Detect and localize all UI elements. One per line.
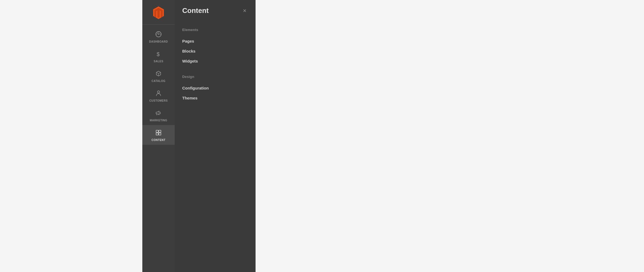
menu-item-widgets[interactable]: Widgets	[182, 56, 248, 66]
flyout-header: Content ×	[175, 0, 256, 20]
sales-label: SALES	[154, 60, 163, 63]
svg-marker-3	[157, 10, 160, 18]
dashboard-icon	[155, 31, 162, 39]
content-label: CONTENT	[151, 139, 166, 142]
marketing-icon	[155, 110, 162, 117]
svg-text:$: $	[157, 51, 160, 57]
content-icon	[155, 129, 162, 137]
dashboard-label: DASHBOARD	[149, 40, 168, 43]
app-wrapper: DASHBOARD $ SALES	[142, 0, 285, 272]
close-button[interactable]: ×	[241, 7, 248, 14]
sidebar-nav: DASHBOARD $ SALES	[142, 25, 175, 145]
sidebar-item-content[interactable]: CONTENT	[142, 125, 175, 145]
sidebar-item-customers[interactable]: CUSTOMERS	[142, 86, 175, 105]
flyout-body: Elements Pages Blocks Widgets Design Con…	[175, 20, 256, 106]
sidebar-item-dashboard[interactable]: DASHBOARD	[142, 27, 175, 46]
menu-item-pages[interactable]: Pages	[182, 36, 248, 46]
magento-logo	[152, 6, 165, 19]
svg-rect-20	[159, 133, 161, 135]
svg-line-15	[159, 73, 161, 74]
catalog-icon	[155, 70, 162, 78]
menu-item-configuration[interactable]: Configuration	[182, 83, 248, 93]
svg-rect-19	[156, 133, 158, 135]
svg-rect-17	[156, 130, 158, 132]
flyout-panel: Content × Elements Pages Blocks Widgets …	[175, 0, 256, 272]
sales-icon: $	[155, 51, 162, 58]
menu-item-themes[interactable]: Themes	[182, 93, 248, 103]
svg-line-14	[156, 73, 159, 74]
svg-point-7	[158, 34, 159, 35]
catalog-label: CATALOG	[151, 80, 165, 82]
customers-icon	[155, 90, 162, 98]
sidebar: DASHBOARD $ SALES	[142, 0, 175, 272]
logo-area	[142, 0, 175, 25]
sidebar-item-catalog[interactable]: CATALOG	[142, 66, 175, 86]
sidebar-item-sales[interactable]: $ SALES	[142, 46, 175, 66]
flyout-title: Content	[182, 6, 209, 15]
svg-rect-18	[159, 130, 161, 132]
customers-label: CUSTOMERS	[149, 99, 168, 102]
menu-item-blocks[interactable]: Blocks	[182, 46, 248, 56]
sidebar-item-marketing[interactable]: MARKETING	[142, 105, 175, 125]
section-heading-design: Design	[182, 75, 248, 79]
section-heading-elements: Elements	[182, 28, 248, 32]
svg-point-16	[157, 91, 160, 93]
marketing-label: MARKETING	[150, 119, 167, 122]
